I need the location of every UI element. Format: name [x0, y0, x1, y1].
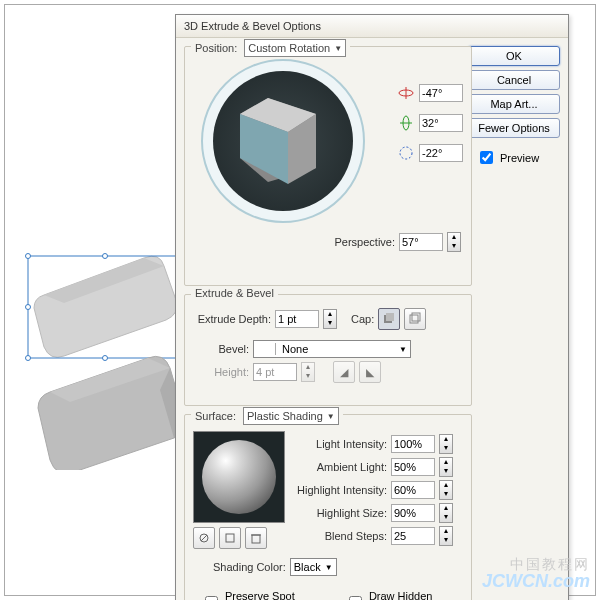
- svg-rect-20: [410, 315, 418, 323]
- light-sphere[interactable]: [193, 431, 285, 523]
- axis-x-input[interactable]: [419, 84, 463, 102]
- fewer-options-button[interactable]: Fewer Options: [468, 118, 560, 138]
- svg-point-7: [103, 356, 108, 361]
- ok-button[interactable]: OK: [468, 46, 560, 66]
- svg-rect-19: [386, 313, 394, 321]
- axis-y-icon: [397, 114, 415, 132]
- perspective-stepper[interactable]: ▴▾: [447, 232, 461, 252]
- highlight-intensity-input[interactable]: [391, 481, 435, 499]
- axis-z-icon: [397, 144, 415, 162]
- rotation-trackball[interactable]: [201, 59, 365, 223]
- extrude-section-label: Extrude & Bevel: [191, 287, 278, 299]
- bevel-out-icon: ◣: [359, 361, 381, 383]
- new-light-icon[interactable]: [219, 527, 241, 549]
- watermark: 中国教程网 JCWCN.com: [482, 557, 590, 592]
- bevel-height-input: [253, 363, 297, 381]
- bevel-in-icon: ◢: [333, 361, 355, 383]
- axis-y-input[interactable]: [419, 114, 463, 132]
- ambient-light-input[interactable]: [391, 458, 435, 476]
- map-art-button[interactable]: Map Art...: [468, 94, 560, 114]
- cap-on-icon[interactable]: [378, 308, 400, 330]
- position-label: Position: Custom Rotation▼: [191, 39, 350, 57]
- artwork-preview: [22, 240, 192, 470]
- highlight-size-input[interactable]: [391, 504, 435, 522]
- height-stepper: ▴▾: [301, 362, 315, 382]
- blend-steps-input[interactable]: [391, 527, 435, 545]
- svg-point-17: [400, 147, 412, 159]
- dialog-3d-extrude: 3D Extrude & Bevel Options OK Cancel Map…: [175, 14, 569, 600]
- cancel-button[interactable]: Cancel: [468, 70, 560, 90]
- cap-off-icon[interactable]: [404, 308, 426, 330]
- preview-checkbox[interactable]: Preview: [476, 148, 560, 167]
- light-back-icon[interactable]: [193, 527, 215, 549]
- svg-rect-23: [226, 534, 234, 542]
- axis-x-icon: [397, 84, 415, 102]
- bevel-dropdown[interactable]: None▼: [253, 340, 411, 358]
- position-dropdown[interactable]: Custom Rotation▼: [244, 39, 346, 57]
- svg-point-1: [26, 254, 31, 259]
- light-intensity-input[interactable]: [391, 435, 435, 453]
- svg-rect-24: [252, 535, 260, 543]
- preserve-spot-checkbox[interactable]: Preserve Spot Colors: [201, 590, 327, 600]
- extrude-depth-input[interactable]: [275, 310, 319, 328]
- depth-stepper[interactable]: ▴▾: [323, 309, 337, 329]
- perspective-input[interactable]: [399, 233, 443, 251]
- svg-rect-21: [412, 313, 420, 321]
- svg-point-2: [103, 254, 108, 259]
- shading-color-dropdown[interactable]: Black▼: [290, 558, 337, 576]
- delete-light-icon[interactable]: [245, 527, 267, 549]
- axis-z-input[interactable]: [419, 144, 463, 162]
- surface-dropdown[interactable]: Plastic Shading▼: [243, 407, 339, 425]
- svg-point-4: [26, 305, 31, 310]
- dialog-title: 3D Extrude & Bevel Options: [176, 15, 568, 38]
- svg-point-6: [26, 356, 31, 361]
- draw-hidden-checkbox[interactable]: Draw Hidden Faces: [345, 590, 463, 600]
- surface-label: Surface: Plastic Shading▼: [191, 407, 343, 425]
